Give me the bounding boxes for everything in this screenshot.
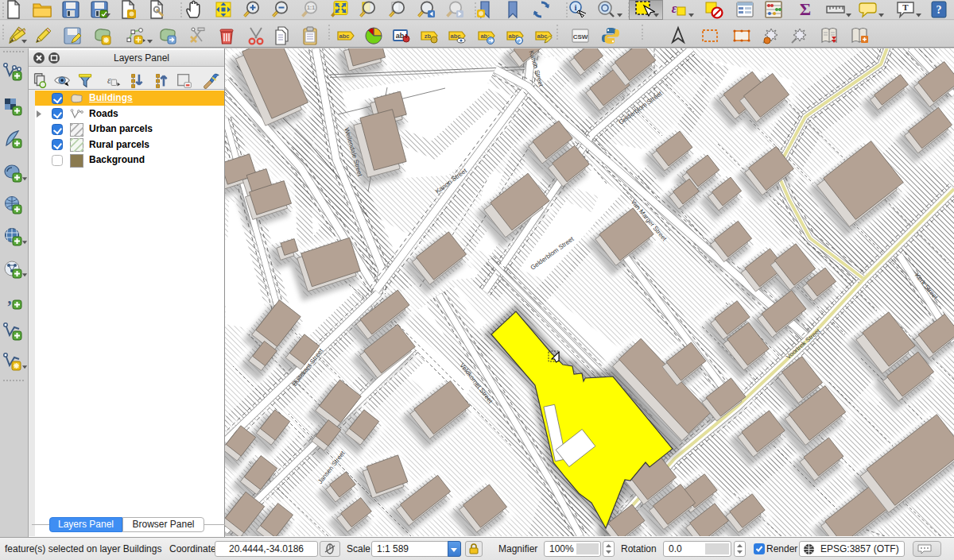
svg-text:,: ,: [8, 290, 12, 307]
svg-text:i: i: [574, 2, 576, 12]
svg-text:CSW: CSW: [573, 33, 588, 41]
svg-text:abc: abc: [339, 33, 350, 40]
svg-text:ε: ε: [107, 75, 111, 86]
svg-text:Σ: Σ: [800, 0, 811, 19]
svg-text:abc: abc: [537, 33, 548, 40]
svg-text:T: T: [902, 2, 909, 12]
svg-text:ε: ε: [672, 2, 677, 15]
svg-text:1:1: 1:1: [307, 5, 315, 10]
svg-text:zb: zb: [425, 33, 432, 40]
svg-text:?: ?: [937, 4, 942, 16]
